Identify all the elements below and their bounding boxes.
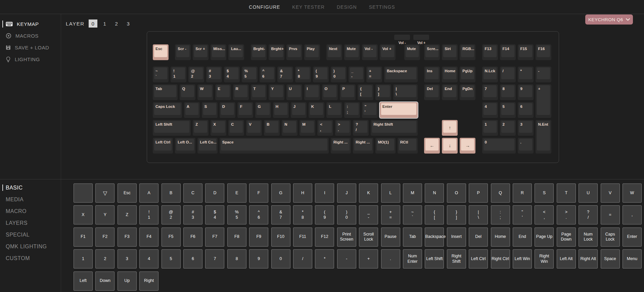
keymap-key-5[interactable]: % 5 <box>242 67 258 82</box>
picker-key-right-shift[interactable]: Right Shift <box>447 249 466 268</box>
keymap-key-blank[interactable]: + = <box>366 67 382 82</box>
keymap-key-n[interactable]: N <box>282 120 297 136</box>
picker-key-2[interactable]: @2 <box>162 205 181 224</box>
keymap-key-l[interactable]: L <box>326 102 342 118</box>
picker-tab-media[interactable]: MEDIA <box>0 194 60 205</box>
keymap-key-1[interactable]: ! 1 <box>171 67 186 82</box>
picker-key-home[interactable]: Home <box>491 227 510 247</box>
keymap-key-blank[interactable]: _ - <box>349 67 364 82</box>
keymap-key-q[interactable]: Q <box>180 84 195 100</box>
picker-key-right-win[interactable]: Right Win <box>535 249 554 268</box>
picker-key-down[interactable]: Down <box>95 272 114 291</box>
picker-key-blank[interactable]: ▽ <box>95 183 114 203</box>
picker-key-f7[interactable]: F7 <box>205 227 224 247</box>
keymap-key-right[interactable]: Right ... <box>353 138 373 154</box>
picker-tab-qmk-lighting[interactable]: QMK LIGHTING <box>0 241 60 252</box>
picker-key-right-alt[interactable]: Right Alt <box>579 249 598 268</box>
keymap-key-f15[interactable]: F15 <box>518 44 534 60</box>
picker-key-v[interactable]: V <box>601 183 620 203</box>
picker-key-esc[interactable]: Esc <box>118 183 137 203</box>
keymap-key-blank[interactable]: + <box>536 84 551 118</box>
picker-tab-layers[interactable]: LAYERS <box>0 217 60 229</box>
picker-key-blank[interactable]: |\ <box>469 205 488 224</box>
picker-key-5[interactable]: %5 <box>227 205 246 224</box>
picker-key-tab[interactable]: Tab <box>403 227 422 247</box>
keymap-key-mo-1[interactable]: MO(1) <box>375 138 396 154</box>
picker-key-right-ctrl[interactable]: Right Ctrl <box>491 249 510 268</box>
keymap-key-rctl[interactable]: RCtl <box>398 138 418 154</box>
keymap-key-9[interactable]: ( 9 <box>313 67 329 82</box>
picker-key-pause[interactable]: Pause <box>381 227 400 247</box>
keymap-key-2[interactable]: @ 2 <box>188 67 204 82</box>
keymap-key-0[interactable]: ) 0 <box>331 67 347 82</box>
picker-key-space[interactable]: Space <box>601 249 620 268</box>
keymap-key-brght[interactable]: Brght- <box>251 44 267 60</box>
keymap-key-m[interactable]: M <box>300 120 315 136</box>
keymap-key-8[interactable]: * 8 <box>295 67 311 82</box>
keymap-key-prvs[interactable]: Prvs <box>286 44 302 60</box>
keymap-key-rgb[interactable]: RGB... <box>460 44 475 60</box>
keymap-key-f[interactable]: F <box>237 102 253 118</box>
picker-tab-special[interactable]: SPECIAL <box>0 229 60 241</box>
picker-key-0[interactable]: )0 <box>337 205 356 224</box>
encoder-key-vol[interactable]: Vol + <box>413 35 429 45</box>
picker-key-f1[interactable]: F1 <box>74 227 93 247</box>
picker-key-y[interactable]: Y <box>95 205 114 224</box>
keymap-key-miss[interactable]: Miss... <box>211 44 226 60</box>
picker-key-f4[interactable]: F4 <box>139 227 158 247</box>
picker-key-3[interactable]: #3 <box>183 205 202 224</box>
keymap-key-mute[interactable]: Mute <box>344 44 360 60</box>
picker-key-blank[interactable]: {[ <box>425 205 444 224</box>
keymap-key-left-shift[interactable]: Left Shift <box>153 120 191 136</box>
picker-key-del[interactable]: Del <box>469 227 488 247</box>
keymap-key-blank[interactable]: > . <box>335 120 351 136</box>
keymap-key-n-lck[interactable]: N.Lck <box>482 67 498 82</box>
picker-key-end[interactable]: End <box>513 227 532 247</box>
picker-key-l[interactable]: L <box>381 183 400 203</box>
keymap-key-k[interactable]: K <box>309 102 324 118</box>
picker-key-page-up[interactable]: Page Up <box>535 227 554 247</box>
keymap-key-6[interactable]: 6 <box>518 102 534 118</box>
encoder-keycap[interactable] <box>413 35 429 40</box>
picker-key-blank[interactable]: , <box>623 205 642 224</box>
sidebar-item-save-load[interactable]: SAVE + LOAD <box>0 42 60 53</box>
keymap-key-blank[interactable]: * <box>518 67 534 82</box>
picker-key-7[interactable]: 7 <box>205 249 224 268</box>
picker-key-blank[interactable]: / <box>293 249 312 268</box>
keymap-key-enter[interactable]: Enter <box>380 102 418 118</box>
picker-key-9[interactable]: (9 <box>315 205 334 224</box>
keymap-key-blank[interactable]: . <box>518 138 534 154</box>
keymap-key-blank[interactable]: ← <box>424 138 440 154</box>
picker-key-blank[interactable]: "' <box>513 205 532 224</box>
keymap-key-lau[interactable]: Lau... <box>228 44 244 60</box>
picker-key-f3[interactable]: F3 <box>118 227 137 247</box>
keymap-key-c[interactable]: C <box>228 120 244 136</box>
picker-key-blank[interactable]: ?/ <box>579 205 598 224</box>
keymap-key-del[interactable]: Del <box>424 84 440 100</box>
picker-key-f10[interactable]: F10 <box>271 227 290 247</box>
encoder-keycap[interactable] <box>394 35 410 40</box>
picker-key-7[interactable]: &7 <box>271 205 290 224</box>
topnav-design[interactable]: DESIGN <box>337 4 357 10</box>
picker-key-num-lock[interactable]: Num Lock <box>579 227 598 247</box>
picker-key-i[interactable]: I <box>315 183 334 203</box>
keymap-key-o[interactable]: O <box>322 84 338 100</box>
picker-key-blank[interactable]: * <box>315 249 334 268</box>
picker-key-blank[interactable]: = <box>601 205 620 224</box>
keymap-key-r[interactable]: R <box>233 84 249 100</box>
picker-key-b[interactable]: B <box>162 183 181 203</box>
keymap-key-1[interactable]: 1 <box>482 120 498 136</box>
picker-key-blank[interactable]: - <box>337 249 356 268</box>
keymap-key-mute[interactable]: Mute <box>404 44 420 60</box>
picker-key-blank[interactable]: <, <box>535 205 554 224</box>
sidebar-item-keymap[interactable]: KEYMAP <box>0 18 60 30</box>
picker-key-blank[interactable]: + <box>359 249 378 268</box>
keymap-key-blank[interactable]: | \ <box>393 84 418 100</box>
layer-option-3[interactable]: 3 <box>124 19 133 28</box>
keymap-key-pgdn[interactable]: PgDn <box>460 84 475 100</box>
picker-key-left[interactable]: Left <box>74 272 93 291</box>
topnav-settings[interactable]: SETTINGS <box>369 4 395 10</box>
keymap-key-j[interactable]: J <box>291 102 307 118</box>
picker-key-c[interactable]: C <box>183 183 202 203</box>
picker-key-enter[interactable]: Enter <box>623 227 642 247</box>
